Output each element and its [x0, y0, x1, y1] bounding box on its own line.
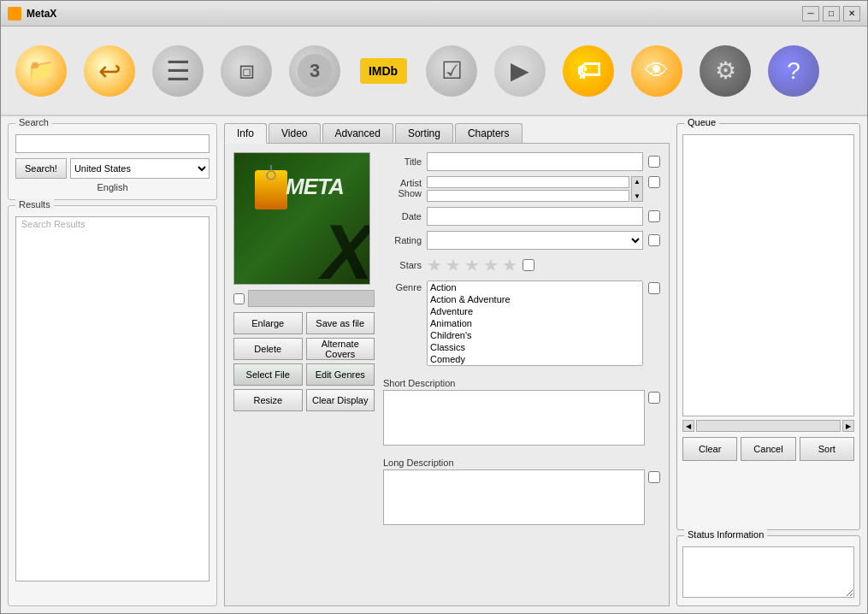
- enlarge-button[interactable]: Enlarge: [233, 312, 303, 334]
- center-panel: Info Video Advanced Sorting Chapters: [224, 123, 670, 606]
- list-icon: ☰: [152, 45, 204, 97]
- cover-btn-row-4: Resize Clear Display: [233, 389, 375, 411]
- delete-button[interactable]: Delete: [233, 338, 303, 360]
- stars-label: Stars: [383, 260, 422, 270]
- show-input[interactable]: [427, 190, 629, 202]
- window-title: MetaX: [27, 8, 802, 20]
- tab-sorting[interactable]: Sorting: [395, 123, 453, 143]
- long-desc-checkbox[interactable]: [648, 471, 660, 483]
- cover-checkbox-row: [233, 290, 375, 307]
- genre-row: Genre Action Action & Adventure Adventur…: [383, 280, 660, 366]
- cancel-button[interactable]: Cancel: [741, 437, 795, 461]
- genre-checkbox[interactable]: [648, 282, 660, 294]
- play-button[interactable]: ▶: [490, 37, 550, 105]
- language-label: English: [15, 182, 210, 192]
- scroll-up[interactable]: ▲: [632, 177, 642, 186]
- tab-chapters[interactable]: Chapters: [455, 123, 523, 143]
- rating-select[interactable]: [427, 231, 643, 250]
- tab-info[interactable]: Info: [224, 123, 267, 144]
- queue-group: Queue ◀ ▶ Clear Cancel Sort: [676, 123, 860, 530]
- star-3[interactable]: ★: [464, 255, 480, 275]
- tabs: Info Video Advanced Sorting Chapters: [224, 123, 670, 144]
- info-layout: X META Enlarge: [233, 152, 660, 525]
- title-bar: MetaX ─ □ ✕: [1, 1, 867, 27]
- edit-genres-button[interactable]: Edit Genres: [306, 363, 375, 386]
- star-4[interactable]: ★: [483, 255, 499, 275]
- scroll-track[interactable]: [696, 420, 841, 432]
- clear-button[interactable]: Clear: [682, 437, 737, 461]
- clear-display-button[interactable]: Clear Display: [306, 389, 375, 411]
- date-input[interactable]: [427, 207, 643, 226]
- country-select[interactable]: United States United Kingdom Canada Aust…: [70, 158, 210, 179]
- maximize-button[interactable]: □: [823, 6, 840, 21]
- eye-icon: 👁: [631, 45, 682, 97]
- cover-buttons: Enlarge Save as file Delete Alternate Co…: [233, 312, 375, 411]
- scroll-left-arrow[interactable]: ◀: [682, 420, 694, 432]
- cover-checkbox[interactable]: [233, 293, 245, 304]
- checklist-button[interactable]: ☑: [422, 37, 481, 105]
- stars-checkbox[interactable]: [523, 259, 534, 271]
- genre-crime: Crime: [428, 365, 642, 366]
- checklist-icon: ☑: [426, 45, 477, 97]
- star-2[interactable]: ★: [446, 255, 461, 275]
- tab-video[interactable]: Video: [269, 123, 320, 143]
- date-row: Date: [383, 207, 660, 226]
- genre-action: Action: [428, 281, 642, 293]
- rating-checkbox[interactable]: [648, 234, 660, 246]
- long-desc-textarea[interactable]: [383, 469, 645, 525]
- select-file-button[interactable]: Select File: [233, 363, 303, 386]
- app-icon: [8, 7, 21, 21]
- artist-scrollbar[interactable]: ▲ ▼: [631, 176, 643, 202]
- autotag-button[interactable]: 🏷: [558, 37, 618, 105]
- svg-rect-3: [255, 170, 287, 210]
- save-as-file-button[interactable]: Save as file: [306, 312, 375, 334]
- short-desc-row: [383, 390, 660, 446]
- search-input[interactable]: [15, 134, 210, 153]
- star-1[interactable]: ★: [427, 255, 442, 275]
- results-list[interactable]: Search Results: [15, 216, 210, 582]
- scroll-down[interactable]: ▼: [632, 192, 642, 201]
- long-desc-label: Long Description: [383, 458, 660, 468]
- search-group-title: Search: [15, 117, 52, 127]
- open-folder-button[interactable]: 📁: [11, 37, 71, 105]
- star-5[interactable]: ★: [502, 255, 517, 275]
- list-button[interactable]: ☰: [148, 37, 208, 105]
- resize-button[interactable]: Resize: [233, 389, 303, 411]
- status-title: Status Information: [684, 529, 767, 540]
- title-checkbox[interactable]: [648, 156, 660, 168]
- queue-buttons: Clear Cancel Sort: [682, 437, 854, 461]
- right-panel: Queue ◀ ▶ Clear Cancel Sort Status Infor…: [676, 123, 860, 606]
- stars-display: ★ ★ ★ ★ ★: [427, 255, 517, 275]
- long-desc-section: Long Description: [383, 458, 660, 525]
- cover-x-letter: X: [322, 214, 370, 285]
- tab-advanced[interactable]: Advanced: [322, 123, 393, 143]
- cover-title-input[interactable]: [248, 290, 375, 307]
- sort-button[interactable]: Sort: [800, 437, 854, 461]
- forward-button[interactable]: ↩: [80, 37, 139, 105]
- search-button[interactable]: Search!: [15, 158, 67, 179]
- genre-list[interactable]: Action Action & Adventure Adventure Anim…: [427, 280, 643, 366]
- queue-list[interactable]: [682, 134, 854, 416]
- alternate-covers-button[interactable]: Alternate Covers: [306, 338, 375, 360]
- short-desc-checkbox[interactable]: [648, 392, 660, 404]
- eye-button[interactable]: 👁: [627, 37, 687, 105]
- artist-input[interactable]: [427, 176, 629, 188]
- close-button[interactable]: ✕: [843, 6, 860, 21]
- artist-checkbox[interactable]: [648, 176, 660, 188]
- imdb-button[interactable]: IMDb: [353, 37, 413, 105]
- gear-button[interactable]: ⚙: [695, 37, 755, 105]
- left-panel: Search Search! United States United King…: [8, 123, 217, 606]
- number-button[interactable]: 3: [285, 37, 345, 105]
- number-icon: 3: [289, 45, 340, 97]
- artist-label: ArtistShow: [383, 176, 422, 198]
- sliders-button[interactable]: ⧈: [216, 37, 276, 105]
- help-button[interactable]: ?: [764, 37, 824, 105]
- title-bar-controls: ─ □ ✕: [802, 6, 860, 21]
- short-desc-textarea[interactable]: [383, 390, 645, 446]
- scroll-right-arrow[interactable]: ▶: [842, 420, 854, 432]
- genre-label: Genre: [383, 280, 422, 292]
- minimize-button[interactable]: ─: [802, 6, 819, 21]
- date-checkbox[interactable]: [648, 210, 660, 222]
- title-input[interactable]: [427, 152, 643, 171]
- search-row: Search! United States United Kingdom Can…: [15, 158, 210, 179]
